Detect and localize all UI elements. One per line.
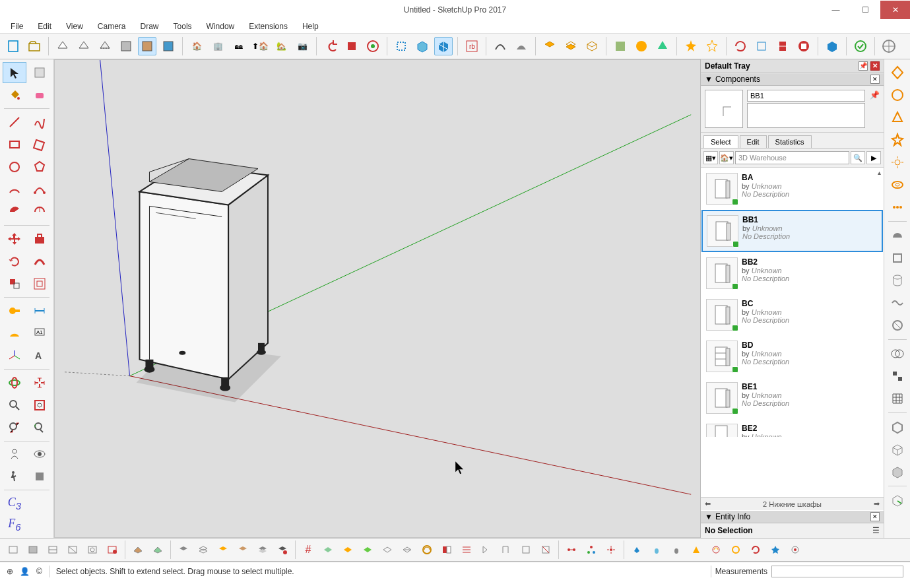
node2-icon[interactable]	[582, 540, 601, 559]
menu-help[interactable]: Help	[296, 20, 325, 33]
layerb6-icon[interactable]	[273, 540, 292, 559]
layerb3-icon[interactable]	[214, 540, 232, 559]
shape-diamond-icon[interactable]	[887, 62, 908, 83]
arc-center-icon[interactable]	[28, 201, 51, 222]
cube1-icon[interactable]	[887, 416, 908, 438]
followme-icon[interactable]	[28, 251, 51, 272]
style-hidden-icon[interactable]	[96, 37, 114, 55]
scroll-up-icon[interactable]: ▴	[878, 169, 881, 176]
scene6-icon[interactable]	[103, 540, 121, 559]
zoom-window-icon[interactable]	[28, 395, 51, 416]
shape-star-icon[interactable]	[887, 129, 908, 150]
paint4-icon[interactable]	[687, 540, 705, 559]
solid-circle-icon[interactable]	[887, 315, 908, 336]
home-icon[interactable]: 🏘	[230, 37, 248, 55]
scene5-icon[interactable]	[83, 540, 102, 559]
3dtext-icon[interactable]: A	[28, 345, 51, 366]
circle-icon[interactable]	[3, 156, 26, 178]
dynamic-comp-icon[interactable]	[434, 37, 453, 55]
shape-torus-icon[interactable]	[887, 174, 908, 195]
arc-2pt-icon[interactable]	[3, 179, 26, 200]
close-button[interactable]: ✕	[880, 1, 910, 19]
ruby-icon[interactable]: rb	[463, 37, 481, 55]
tray-pin-icon[interactable]: 📌	[859, 61, 868, 71]
layerb1-icon[interactable]	[174, 540, 193, 559]
menu-draw[interactable]: Draw	[134, 20, 166, 33]
tab-select[interactable]: Select	[703, 135, 738, 148]
box-blue-icon[interactable]	[823, 37, 841, 55]
layerb2-icon[interactable]	[194, 540, 212, 559]
view-mode-icon[interactable]: ▦▾	[703, 151, 718, 164]
comp-name-input[interactable]	[747, 90, 865, 102]
zoom-icon[interactable]	[3, 395, 26, 416]
rtool9-icon[interactable]	[457, 540, 476, 559]
section-icon[interactable]	[28, 466, 51, 487]
freehand-icon[interactable]	[28, 112, 51, 133]
effect1-icon[interactable]	[682, 37, 700, 55]
rtool5-icon[interactable]	[378, 540, 397, 559]
style-shaded-icon[interactable]	[117, 37, 135, 55]
scale-icon[interactable]	[3, 273, 26, 294]
rtool6-icon[interactable]	[398, 540, 416, 559]
texture1-icon[interactable]	[611, 37, 630, 55]
protractor-icon[interactable]	[3, 323, 26, 344]
scene3-icon[interactable]	[44, 540, 62, 559]
solid-cyl-icon[interactable]	[887, 270, 908, 291]
warehouse-search-input[interactable]	[735, 151, 849, 164]
camera-icon[interactable]: 📷	[293, 37, 311, 55]
walk-icon[interactable]	[3, 466, 26, 487]
solid-wave-icon[interactable]	[887, 292, 908, 313]
effect2-icon[interactable]	[703, 37, 721, 55]
home-out-icon[interactable]: 🏡	[272, 37, 290, 55]
paint8-icon[interactable]	[766, 540, 785, 559]
plane2-icon[interactable]	[148, 540, 167, 559]
position-camera-icon[interactable]	[3, 443, 26, 465]
menu-view[interactable]: View	[59, 20, 90, 33]
rectangle-icon[interactable]	[3, 134, 26, 155]
paint9-icon[interactable]	[786, 540, 804, 559]
paint2-icon[interactable]	[647, 540, 666, 559]
minimize-button[interactable]: —	[821, 1, 851, 19]
shape-sun-icon[interactable]	[887, 152, 908, 173]
node1-icon[interactable]	[562, 540, 581, 559]
sandbox2-icon[interactable]	[562, 37, 580, 55]
tape-icon[interactable]	[3, 300, 26, 321]
component-icon[interactable]	[392, 37, 410, 55]
entity-toggle-icon[interactable]: ☰	[872, 526, 880, 535]
arc-3pt-icon[interactable]	[28, 179, 51, 200]
undo-icon[interactable]	[321, 37, 340, 55]
menu-extensions[interactable]: Extensions	[242, 20, 294, 33]
style-wire-icon[interactable]	[75, 37, 93, 55]
rtool10-icon[interactable]	[477, 540, 496, 559]
dome-icon[interactable]	[512, 37, 531, 55]
panel-close-icon[interactable]: ✕	[870, 75, 880, 84]
tab-edit[interactable]: Edit	[740, 135, 767, 148]
orbit-icon[interactable]	[3, 372, 26, 393]
layerb5-icon[interactable]	[253, 540, 272, 559]
group-icon[interactable]	[413, 37, 432, 55]
export-icon[interactable]	[887, 490, 908, 511]
rtool8-icon[interactable]	[438, 540, 456, 559]
plugin-c3-icon[interactable]: C3	[3, 493, 26, 514]
search-icon[interactable]: 🔍	[851, 151, 865, 164]
component-list[interactable]: ▴ BAby UnknownNo Description BB1by Unkno…	[701, 168, 884, 497]
select-tool-icon[interactable]	[3, 62, 26, 83]
paint6-icon[interactable]	[727, 540, 745, 559]
shape-circle-icon[interactable]	[887, 84, 908, 106]
rtool13-icon[interactable]	[536, 540, 555, 559]
maximize-button[interactable]: ☐	[851, 1, 880, 19]
line-tool-icon[interactable]	[3, 112, 26, 133]
status-geo-icon[interactable]: ⊕	[7, 567, 13, 576]
sandbox3-icon[interactable]	[583, 37, 601, 55]
measurements-input[interactable]	[771, 566, 903, 577]
paint3-icon[interactable]	[667, 540, 686, 559]
plugin-f6-icon[interactable]: F6	[3, 514, 26, 535]
prev-view-icon[interactable]	[28, 417, 51, 438]
rtool11-icon[interactable]	[497, 540, 515, 559]
solid-dome-icon[interactable]	[887, 225, 908, 246]
menu-file[interactable]: File	[4, 20, 30, 33]
eraser-icon[interactable]	[28, 84, 51, 106]
paint-bucket-icon[interactable]	[3, 84, 26, 106]
redo-icon[interactable]	[342, 37, 361, 55]
rtool4-icon[interactable]	[358, 540, 377, 559]
